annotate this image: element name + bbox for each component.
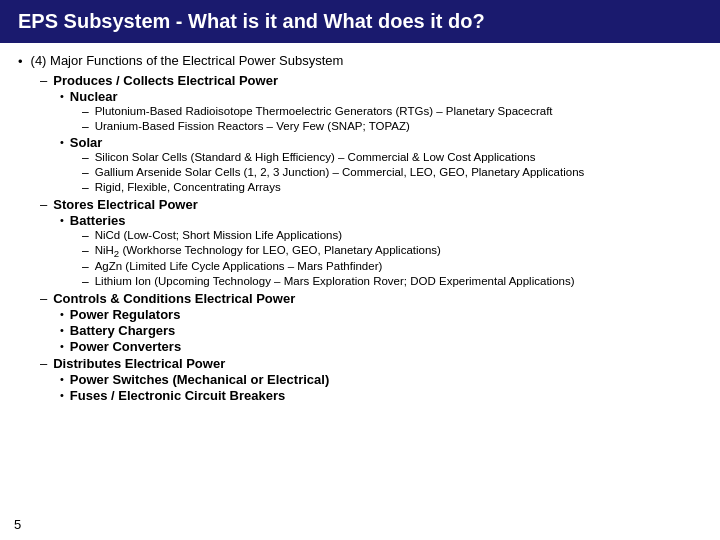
sub-dash-icon: – <box>82 151 89 165</box>
sub-dash-icon: – <box>82 105 89 119</box>
fuses-label: Fuses / Electronic Circuit Breakers <box>70 388 285 403</box>
dash-icon: – <box>40 197 47 212</box>
battery-chargers-item: • Battery Chargers <box>60 323 702 338</box>
solar-subitems: – Silicon Solar Cells (Standard & High E… <box>82 151 702 195</box>
section-produces-label: Produces / Collects Electrical Power <box>53 73 278 88</box>
section-stores: – Stores Electrical Power • Batteries – … <box>40 197 702 289</box>
bullet-dot: • <box>60 389 64 401</box>
nuclear-subitems: – Plutonium-Based Radioisotope Thermoele… <box>82 105 702 134</box>
sub-dash-icon: – <box>82 244 89 258</box>
nuclear-sub2-text: Uranium-Based Fission Reactors – Very Fe… <box>95 120 410 132</box>
battery-chargers-label: Battery Chargers <box>70 323 176 338</box>
section-distributes-label: Distributes Electrical Power <box>53 356 225 371</box>
solar-group: • Solar – Silicon Solar Cells (Standard … <box>60 135 702 195</box>
bullet-dot: • <box>60 340 64 352</box>
sub-dash-icon: – <box>82 181 89 195</box>
solar-sub1: – Silicon Solar Cells (Standard & High E… <box>82 151 702 165</box>
section-distributes: – Distributes Electrical Power • Power S… <box>40 356 702 403</box>
fuses-item: • Fuses / Electronic Circuit Breakers <box>60 388 702 403</box>
bat-sub4-text: Lithium Ion (Upcoming Technology – Mars … <box>95 275 575 287</box>
solar-sub3-text: Rigid, Flexible, Concentrating Arrays <box>95 181 281 193</box>
solar-sub2: – Gallium Arsenide Solar Cells (1, 2, 3 … <box>82 166 702 180</box>
solar-sub2-text: Gallium Arsenide Solar Cells (1, 2, 3 Ju… <box>95 166 585 178</box>
power-converters-item: • Power Converters <box>60 339 702 354</box>
section-distributes-header: – Distributes Electrical Power <box>40 356 702 371</box>
nuclear-sub1: – Plutonium-Based Radioisotope Thermoele… <box>82 105 702 119</box>
header-title: EPS Subsystem - What is it and What does… <box>18 10 485 32</box>
bat-sub1-text: NiCd (Low-Cost; Short Mission Life Appli… <box>95 229 342 241</box>
nuclear-sub1-text: Plutonium-Based Radioisotope Thermoelect… <box>95 105 553 117</box>
bullet-dot: • <box>60 308 64 320</box>
bullet-dot: • <box>60 324 64 336</box>
dash-icon: – <box>40 291 47 306</box>
bat-sub1: – NiCd (Low-Cost; Short Mission Life App… <box>82 229 702 243</box>
sub-dash-icon: – <box>82 275 89 289</box>
power-converters-label: Power Converters <box>70 339 181 354</box>
bat-sub4: – Lithium Ion (Upcoming Technology – Mar… <box>82 275 702 289</box>
solar-sub1-text: Silicon Solar Cells (Standard & High Eff… <box>95 151 536 163</box>
power-switches-label: Power Switches (Mechanical or Electrical… <box>70 372 329 387</box>
sub-dash-icon: – <box>82 166 89 180</box>
section-controls-header: – Controls & Conditions Electrical Power <box>40 291 702 306</box>
main-bullet-dot: • <box>18 54 23 69</box>
slide-number: 5 <box>14 517 21 532</box>
batteries-label: Batteries <box>70 213 126 228</box>
slide-header: EPS Subsystem - What is it and What does… <box>0 0 720 43</box>
slide-container: EPS Subsystem - What is it and What does… <box>0 0 720 540</box>
batteries-subitems: – NiCd (Low-Cost; Short Mission Life App… <box>82 229 702 289</box>
batteries-group: • Batteries – NiCd (Low-Cost; Short Miss… <box>60 213 702 289</box>
dash-icon: – <box>40 73 47 88</box>
bat-sub3: – AgZn (Limited Life Cycle Applications … <box>82 260 702 274</box>
bullet-dot: • <box>60 90 64 102</box>
section-stores-header: – Stores Electrical Power <box>40 197 702 212</box>
section-produces-header: – Produces / Collects Electrical Power <box>40 73 702 88</box>
solar-sub3: – Rigid, Flexible, Concentrating Arrays <box>82 181 702 195</box>
bat-sub2-text: NiH2 (Workhorse Technology for LEO, GEO,… <box>95 244 441 259</box>
sub-dash-icon: – <box>82 260 89 274</box>
slide-content: • (4) Major Functions of the Electrical … <box>0 43 720 415</box>
nuclear-sub2: – Uranium-Based Fission Reactors – Very … <box>82 120 702 134</box>
section-produces: – Produces / Collects Electrical Power •… <box>40 73 702 195</box>
section-controls-label: Controls & Conditions Electrical Power <box>53 291 295 306</box>
nuclear-label: Nuclear <box>70 89 118 104</box>
bullet-dot: • <box>60 214 64 226</box>
controls-items: • Power Regulators • Battery Chargers • … <box>60 307 702 354</box>
power-switches-item: • Power Switches (Mechanical or Electric… <box>60 372 702 387</box>
bat-sub2: – NiH2 (Workhorse Technology for LEO, GE… <box>82 244 702 259</box>
power-regulators-label: Power Regulators <box>70 307 181 322</box>
solar-label: Solar <box>70 135 103 150</box>
main-bullet-text: (4) Major Functions of the Electrical Po… <box>31 53 344 68</box>
distributes-items: • Power Switches (Mechanical or Electric… <box>60 372 702 403</box>
nuclear-group: • Nuclear – Plutonium-Based Radioisotope… <box>60 89 702 134</box>
nuclear-item: • Nuclear <box>60 89 702 104</box>
bullet-dot: • <box>60 373 64 385</box>
batteries-item: • Batteries <box>60 213 702 228</box>
solar-item: • Solar <box>60 135 702 150</box>
sub-dash-icon: – <box>82 120 89 134</box>
dash-icon: – <box>40 356 47 371</box>
power-regulators-item: • Power Regulators <box>60 307 702 322</box>
main-bullet: • (4) Major Functions of the Electrical … <box>18 53 702 69</box>
bullet-dot: • <box>60 136 64 148</box>
section-controls: – Controls & Conditions Electrical Power… <box>40 291 702 354</box>
sub-dash-icon: – <box>82 229 89 243</box>
section-stores-label: Stores Electrical Power <box>53 197 198 212</box>
bat-sub3-text: AgZn (Limited Life Cycle Applications – … <box>95 260 383 272</box>
